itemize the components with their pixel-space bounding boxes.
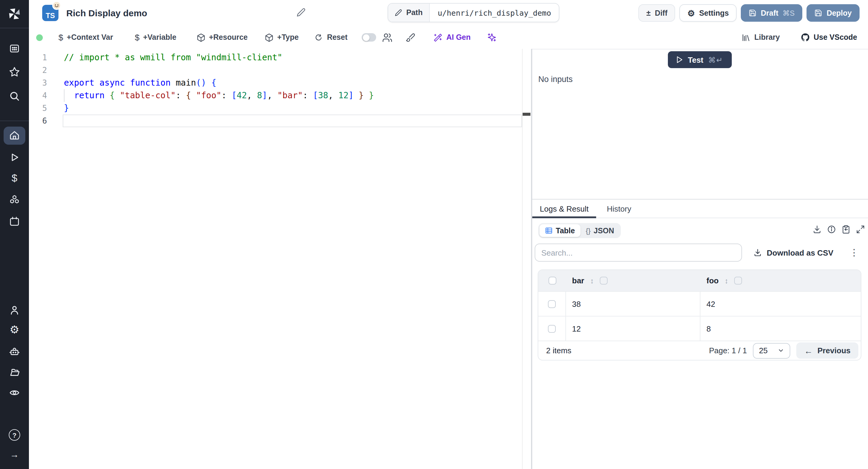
library-icon bbox=[742, 33, 751, 42]
sidebar-expand-icon[interactable]: → bbox=[10, 450, 19, 459]
draft-button[interactable]: Draft ⌘S bbox=[741, 4, 802, 22]
result-table: bar ↕ foo ↕ 3842128 2 items Page: 1 / 1 … bbox=[538, 270, 861, 361]
tab-logs-result[interactable]: Logs & Result bbox=[532, 199, 596, 218]
sidebar-item-apps[interactable] bbox=[9, 43, 20, 54]
view-table-button[interactable]: Table bbox=[539, 224, 580, 237]
overview-ruler-cursor bbox=[523, 113, 530, 116]
table-icon bbox=[545, 227, 553, 234]
previous-page-button[interactable]: ← Previous bbox=[796, 342, 858, 359]
column-header-foo[interactable]: foo bbox=[707, 276, 718, 285]
sidebar-divider bbox=[0, 28, 29, 28]
editor-toolbar: $ +Context Var $ +Variable +Resource +Ty… bbox=[29, 27, 868, 50]
view-table-label: Table bbox=[556, 226, 575, 235]
edit-title-icon[interactable] bbox=[297, 8, 306, 17]
settings-label: Settings bbox=[699, 9, 729, 17]
info-icon[interactable] bbox=[827, 225, 836, 234]
search-input[interactable] bbox=[535, 244, 742, 262]
copy-to-clipboard-icon[interactable] bbox=[841, 225, 850, 234]
gear-icon: ⚙ bbox=[687, 9, 695, 17]
diff-button[interactable]: ± Diff bbox=[639, 4, 675, 22]
wand-icon bbox=[434, 33, 443, 42]
add-resource-label: +Resource bbox=[209, 33, 248, 41]
ai-gen-label: AI Gen bbox=[446, 33, 471, 41]
add-context-var-button[interactable]: $ +Context Var bbox=[59, 33, 113, 42]
language-badge-label: TS bbox=[46, 11, 55, 20]
package-icon bbox=[196, 33, 205, 42]
column-toggle-foo[interactable] bbox=[734, 277, 742, 285]
status-dot bbox=[36, 34, 43, 41]
sidebar-item-settings[interactable]: ⚙ bbox=[10, 324, 19, 335]
library-button[interactable]: Library bbox=[742, 33, 780, 42]
sidebar-item-workers[interactable] bbox=[9, 346, 20, 357]
language-badge: TS bbox=[42, 5, 59, 21]
page-title: Rich Display demo bbox=[66, 8, 147, 18]
tab-history[interactable]: History bbox=[596, 199, 642, 218]
page-size-value: 25 bbox=[759, 346, 768, 355]
sparkles-icon[interactable] bbox=[487, 33, 497, 42]
format-code-icon[interactable] bbox=[406, 33, 415, 42]
ai-gen-button[interactable]: AI Gen bbox=[434, 33, 471, 42]
expand-icon[interactable] bbox=[856, 225, 865, 234]
add-variable-button[interactable]: $ +Variable bbox=[135, 33, 176, 42]
overview-ruler bbox=[522, 49, 523, 469]
sidebar-item-search[interactable] bbox=[9, 90, 20, 102]
add-type-button[interactable]: +Type bbox=[265, 33, 299, 42]
save-icon bbox=[815, 9, 823, 17]
library-label: Library bbox=[754, 33, 780, 41]
home-icon[interactable] bbox=[9, 130, 20, 141]
arrow-left-icon: ← bbox=[804, 346, 812, 355]
download-icon bbox=[753, 248, 762, 257]
test-label: Test bbox=[688, 55, 704, 64]
column-toggle-bar[interactable] bbox=[600, 277, 608, 285]
previous-label: Previous bbox=[817, 346, 850, 355]
windmill-logo-icon[interactable] bbox=[7, 7, 22, 21]
editor-gutter: 123456 bbox=[29, 51, 47, 127]
sidebar-item-audit-logs[interactable] bbox=[9, 387, 20, 399]
sidebar: $ ⚙ bbox=[0, 0, 29, 469]
add-context-var-label: +Context Var bbox=[67, 33, 113, 41]
test-button[interactable]: Test ⌘↵ bbox=[668, 51, 732, 68]
table-cell: 42 bbox=[701, 292, 861, 316]
select-all-checkbox[interactable] bbox=[548, 277, 556, 285]
sidebar-item-folders[interactable] bbox=[9, 367, 20, 378]
sort-icon[interactable]: ↕ bbox=[590, 276, 594, 285]
path-field[interactable]: Path u/henri/rich_display_demo bbox=[388, 3, 560, 22]
save-icon bbox=[749, 9, 756, 17]
column-header-bar[interactable]: bar bbox=[572, 276, 584, 285]
path-value: u/henri/rich_display_demo bbox=[430, 8, 559, 17]
sidebar-item-resources[interactable] bbox=[9, 194, 20, 206]
sidebar-item-variables[interactable]: $ bbox=[12, 173, 18, 183]
no-inputs-text: No inputs bbox=[538, 75, 572, 84]
result-tabs: Logs & Result History bbox=[532, 199, 868, 218]
sort-icon[interactable]: ↕ bbox=[724, 276, 728, 285]
view-json-label: JSON bbox=[594, 226, 614, 235]
page-size-select[interactable]: 25 bbox=[753, 343, 790, 358]
table-footer: 2 items Page: 1 / 1 25 ← Previous bbox=[538, 341, 861, 360]
sidebar-item-user[interactable] bbox=[9, 305, 20, 316]
sidebar-item-favorites[interactable] bbox=[9, 66, 20, 78]
reset-button[interactable]: Reset bbox=[314, 33, 347, 42]
add-resource-button[interactable]: +Resource bbox=[196, 33, 248, 42]
use-vscode-label: Use VScode bbox=[813, 33, 857, 41]
multiplayer-icon[interactable] bbox=[382, 32, 393, 42]
download-csv-button[interactable]: Download as CSV bbox=[753, 244, 833, 262]
row-checkbox[interactable] bbox=[548, 325, 556, 333]
panel-resize-handle[interactable] bbox=[531, 49, 532, 469]
sidebar-item-help[interactable]: ? bbox=[9, 429, 20, 441]
table-menu-icon[interactable]: ⋮ bbox=[850, 244, 858, 262]
result-table-body: 3842128 bbox=[538, 291, 861, 341]
diff-mode-toggle[interactable] bbox=[362, 33, 376, 41]
windmill-script-editor: $ ⚙ bbox=[0, 0, 868, 469]
package-icon bbox=[265, 33, 274, 42]
draft-label: Draft bbox=[761, 9, 778, 17]
use-vscode-button[interactable]: Use VScode bbox=[800, 33, 857, 42]
row-checkbox[interactable] bbox=[548, 300, 556, 308]
deploy-button[interactable]: Deploy bbox=[807, 4, 860, 22]
sidebar-item-runs[interactable] bbox=[9, 152, 20, 163]
download-result-icon[interactable] bbox=[812, 225, 822, 234]
table-cell: 12 bbox=[566, 317, 701, 341]
sidebar-item-schedules[interactable] bbox=[9, 216, 20, 227]
page-indicator: Page: 1 / 1 bbox=[709, 346, 747, 355]
view-json-button[interactable]: {} JSON bbox=[580, 224, 619, 237]
settings-button[interactable]: ⚙ Settings bbox=[680, 4, 737, 22]
